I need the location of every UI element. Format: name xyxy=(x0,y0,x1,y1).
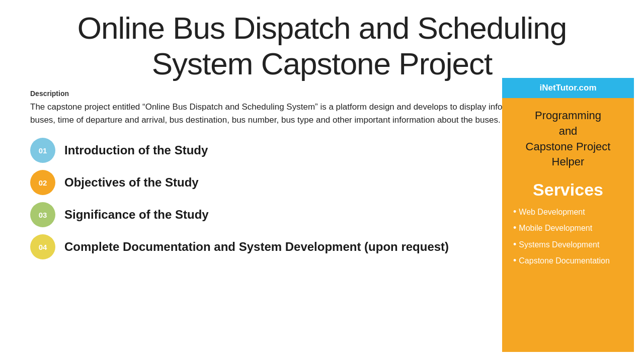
item-label-03: Significance of the Study xyxy=(64,208,209,222)
sidebar-header: iNetTutor.com xyxy=(502,78,634,98)
services-list: Web Development Mobile Development Syste… xyxy=(511,206,625,266)
list-item: 02 Objectives of the Study xyxy=(30,170,503,195)
list-item: 04 Complete Documentation and System Dev… xyxy=(30,234,503,259)
circle-02: 02 xyxy=(30,170,55,195)
circle-03: 03 xyxy=(30,202,55,227)
circle-01: 01 xyxy=(30,138,55,163)
list-item: 01 Introduction of the Study xyxy=(30,138,503,163)
right-sidebar: iNetTutor.com ProgrammingandCapstone Pro… xyxy=(502,78,634,352)
item-label-02: Objectives of the Study xyxy=(64,175,199,190)
title-line1: Online Bus Dispatch and Scheduling xyxy=(77,11,567,45)
circle-04: 04 xyxy=(30,234,55,259)
title-line2: System Capstone Project xyxy=(152,46,493,81)
list-item: 03 Significance of the Study xyxy=(30,202,503,227)
sidebar-services-title: Services xyxy=(511,180,625,200)
service-item: Web Development xyxy=(511,206,625,218)
item-label-04: Complete Documentation and System Develo… xyxy=(64,240,449,254)
service-item: Mobile Development xyxy=(511,222,625,234)
sidebar-body: ProgrammingandCapstone ProjectHelper Ser… xyxy=(502,98,634,352)
items-list: 01 Introduction of the Study 02 Objectiv… xyxy=(30,138,503,259)
sidebar-tagline: ProgrammingandCapstone ProjectHelper xyxy=(511,108,625,170)
service-item: Systems Development xyxy=(511,238,625,250)
item-label-01: Introduction of the Study xyxy=(64,143,208,158)
service-item: Capstone Documentation xyxy=(511,254,625,266)
page-title: Online Bus Dispatch and Scheduling Syste… xyxy=(0,0,644,87)
